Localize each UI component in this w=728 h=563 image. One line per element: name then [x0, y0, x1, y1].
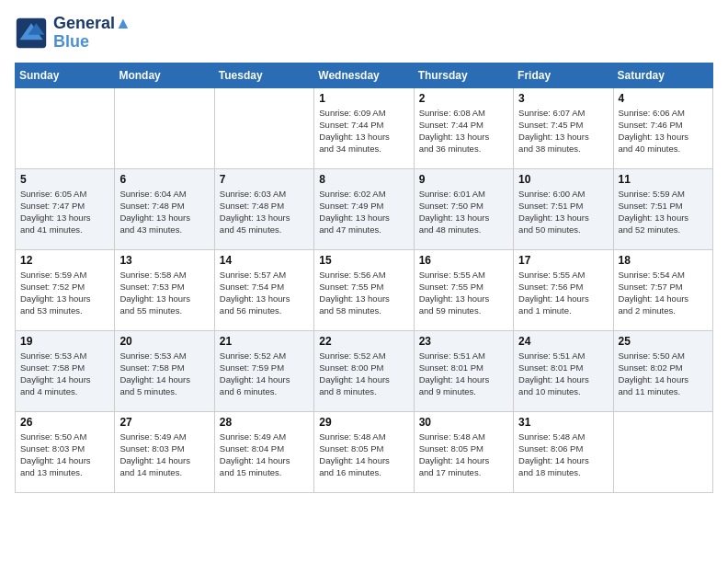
day-info: Sunrise: 5:59 AM Sunset: 7:51 PM Dayligh… — [619, 188, 708, 236]
day-number: 3 — [518, 92, 608, 105]
calendar-cell: 14Sunrise: 5:57 AM Sunset: 7:54 PM Dayli… — [214, 249, 313, 330]
day-number: 28 — [220, 416, 309, 429]
page-header: General▲ Blue — [15, 15, 713, 52]
day-number: 19 — [20, 335, 109, 348]
weekday-header-tuesday: Tuesday — [214, 63, 313, 87]
logo-icon — [15, 17, 48, 50]
weekday-header-wednesday: Wednesday — [314, 63, 414, 87]
day-info: Sunrise: 6:00 AM Sunset: 7:51 PM Dayligh… — [518, 188, 608, 236]
day-number: 24 — [518, 335, 608, 348]
calendar-cell: 29Sunrise: 5:48 AM Sunset: 8:05 PM Dayli… — [314, 411, 414, 492]
day-number: 29 — [319, 416, 408, 429]
day-info: Sunrise: 5:57 AM Sunset: 7:54 PM Dayligh… — [220, 269, 309, 317]
day-info: Sunrise: 5:51 AM Sunset: 8:01 PM Dayligh… — [419, 350, 508, 398]
day-info: Sunrise: 6:09 AM Sunset: 7:44 PM Dayligh… — [319, 107, 408, 155]
day-info: Sunrise: 5:49 AM Sunset: 8:04 PM Dayligh… — [220, 431, 309, 479]
day-number: 2 — [419, 92, 508, 105]
day-info: Sunrise: 5:50 AM Sunset: 8:03 PM Dayligh… — [20, 431, 109, 479]
day-number: 17 — [518, 254, 608, 267]
day-info: Sunrise: 6:02 AM Sunset: 7:49 PM Dayligh… — [319, 188, 408, 236]
calendar-cell: 13Sunrise: 5:58 AM Sunset: 7:53 PM Dayli… — [115, 249, 214, 330]
calendar-cell: 9Sunrise: 6:01 AM Sunset: 7:50 PM Daylig… — [414, 168, 513, 249]
day-number: 31 — [518, 416, 608, 429]
calendar-cell: 19Sunrise: 5:53 AM Sunset: 7:58 PM Dayli… — [16, 330, 115, 411]
day-info: Sunrise: 5:55 AM Sunset: 7:55 PM Dayligh… — [419, 269, 508, 317]
day-number: 18 — [619, 254, 708, 267]
day-info: Sunrise: 5:55 AM Sunset: 7:56 PM Dayligh… — [518, 269, 608, 317]
day-number: 15 — [319, 254, 408, 267]
calendar-cell — [115, 87, 214, 168]
day-info: Sunrise: 5:48 AM Sunset: 8:05 PM Dayligh… — [319, 431, 408, 479]
calendar-week-3: 12Sunrise: 5:59 AM Sunset: 7:52 PM Dayli… — [16, 249, 713, 330]
calendar-cell: 25Sunrise: 5:50 AM Sunset: 8:02 PM Dayli… — [613, 330, 712, 411]
calendar-cell: 28Sunrise: 5:49 AM Sunset: 8:04 PM Dayli… — [214, 411, 313, 492]
weekday-header-monday: Monday — [115, 63, 214, 87]
calendar-cell: 17Sunrise: 5:55 AM Sunset: 7:56 PM Dayli… — [514, 249, 613, 330]
day-number: 10 — [518, 173, 608, 186]
calendar-cell — [214, 87, 313, 168]
day-number: 12 — [20, 254, 109, 267]
day-number: 1 — [319, 92, 408, 105]
day-info: Sunrise: 6:04 AM Sunset: 7:48 PM Dayligh… — [119, 188, 209, 236]
calendar-cell: 15Sunrise: 5:56 AM Sunset: 7:55 PM Dayli… — [314, 249, 414, 330]
calendar-cell: 7Sunrise: 6:03 AM Sunset: 7:48 PM Daylig… — [214, 168, 313, 249]
day-number: 5 — [20, 173, 109, 186]
weekday-header-friday: Friday — [514, 63, 613, 87]
day-number: 4 — [619, 92, 708, 105]
calendar-cell: 4Sunrise: 6:06 AM Sunset: 7:46 PM Daylig… — [613, 87, 712, 168]
day-number: 7 — [220, 173, 309, 186]
calendar-cell: 11Sunrise: 5:59 AM Sunset: 7:51 PM Dayli… — [613, 168, 712, 249]
day-info: Sunrise: 5:59 AM Sunset: 7:52 PM Dayligh… — [20, 269, 109, 317]
day-number: 6 — [119, 173, 209, 186]
calendar-cell: 3Sunrise: 6:07 AM Sunset: 7:45 PM Daylig… — [514, 87, 613, 168]
calendar-cell: 12Sunrise: 5:59 AM Sunset: 7:52 PM Dayli… — [16, 249, 115, 330]
calendar-cell: 1Sunrise: 6:09 AM Sunset: 7:44 PM Daylig… — [314, 87, 414, 168]
calendar-cell: 31Sunrise: 5:48 AM Sunset: 8:06 PM Dayli… — [514, 411, 613, 492]
calendar-cell: 6Sunrise: 6:04 AM Sunset: 7:48 PM Daylig… — [115, 168, 214, 249]
day-number: 13 — [119, 254, 209, 267]
day-info: Sunrise: 6:07 AM Sunset: 7:45 PM Dayligh… — [518, 107, 608, 155]
weekday-header-saturday: Saturday — [613, 63, 712, 87]
calendar-cell: 18Sunrise: 5:54 AM Sunset: 7:57 PM Dayli… — [613, 249, 712, 330]
day-number: 30 — [419, 416, 508, 429]
calendar-cell: 10Sunrise: 6:00 AM Sunset: 7:51 PM Dayli… — [514, 168, 613, 249]
calendar-cell: 2Sunrise: 6:08 AM Sunset: 7:44 PM Daylig… — [414, 87, 513, 168]
calendar-cell: 21Sunrise: 5:52 AM Sunset: 7:59 PM Dayli… — [214, 330, 313, 411]
logo-text: General▲ Blue — [53, 15, 131, 52]
calendar-week-1: 1Sunrise: 6:09 AM Sunset: 7:44 PM Daylig… — [16, 87, 713, 168]
day-number: 20 — [119, 335, 209, 348]
day-info: Sunrise: 5:54 AM Sunset: 7:57 PM Dayligh… — [619, 269, 708, 317]
day-info: Sunrise: 6:01 AM Sunset: 7:50 PM Dayligh… — [419, 188, 508, 236]
day-number: 26 — [20, 416, 109, 429]
weekday-header-row: SundayMondayTuesdayWednesdayThursdayFrid… — [16, 63, 713, 87]
day-info: Sunrise: 5:53 AM Sunset: 7:58 PM Dayligh… — [119, 350, 209, 398]
weekday-header-thursday: Thursday — [414, 63, 513, 87]
calendar-cell: 26Sunrise: 5:50 AM Sunset: 8:03 PM Dayli… — [16, 411, 115, 492]
day-number: 22 — [319, 335, 408, 348]
calendar-cell: 16Sunrise: 5:55 AM Sunset: 7:55 PM Dayli… — [414, 249, 513, 330]
day-info: Sunrise: 5:48 AM Sunset: 8:05 PM Dayligh… — [419, 431, 508, 479]
calendar-cell: 22Sunrise: 5:52 AM Sunset: 8:00 PM Dayli… — [314, 330, 414, 411]
day-info: Sunrise: 5:58 AM Sunset: 7:53 PM Dayligh… — [119, 269, 209, 317]
day-info: Sunrise: 6:06 AM Sunset: 7:46 PM Dayligh… — [619, 107, 708, 155]
day-info: Sunrise: 5:52 AM Sunset: 7:59 PM Dayligh… — [220, 350, 309, 398]
calendar-cell: 20Sunrise: 5:53 AM Sunset: 7:58 PM Dayli… — [115, 330, 214, 411]
calendar-cell: 30Sunrise: 5:48 AM Sunset: 8:05 PM Dayli… — [414, 411, 513, 492]
day-info: Sunrise: 6:03 AM Sunset: 7:48 PM Dayligh… — [220, 188, 309, 236]
calendar-cell: 23Sunrise: 5:51 AM Sunset: 8:01 PM Dayli… — [414, 330, 513, 411]
day-info: Sunrise: 5:49 AM Sunset: 8:03 PM Dayligh… — [119, 431, 209, 479]
day-number: 23 — [419, 335, 508, 348]
day-number: 21 — [220, 335, 309, 348]
day-info: Sunrise: 5:56 AM Sunset: 7:55 PM Dayligh… — [319, 269, 408, 317]
day-info: Sunrise: 5:53 AM Sunset: 7:58 PM Dayligh… — [20, 350, 109, 398]
day-number: 11 — [619, 173, 708, 186]
day-info: Sunrise: 5:52 AM Sunset: 8:00 PM Dayligh… — [319, 350, 408, 398]
calendar-cell: 27Sunrise: 5:49 AM Sunset: 8:03 PM Dayli… — [115, 411, 214, 492]
weekday-header-sunday: Sunday — [16, 63, 115, 87]
calendar-cell — [613, 411, 712, 492]
day-info: Sunrise: 6:05 AM Sunset: 7:47 PM Dayligh… — [20, 188, 109, 236]
day-number: 14 — [220, 254, 309, 267]
calendar-cell: 5Sunrise: 6:05 AM Sunset: 7:47 PM Daylig… — [16, 168, 115, 249]
calendar-table: SundayMondayTuesdayWednesdayThursdayFrid… — [15, 63, 713, 493]
day-number: 25 — [619, 335, 708, 348]
